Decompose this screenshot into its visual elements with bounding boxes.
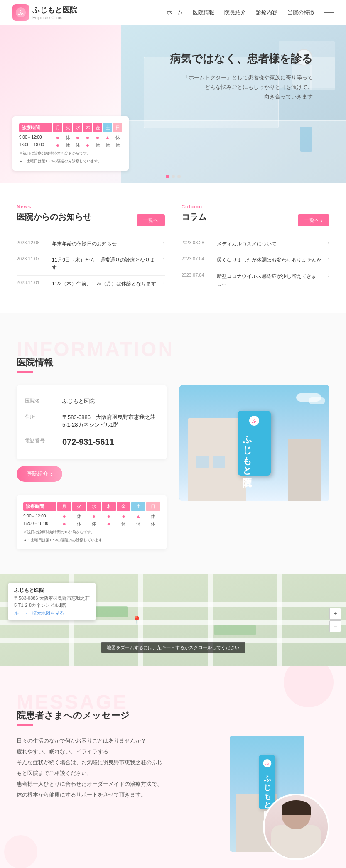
- map-popup-title: ふじもと医院: [14, 587, 90, 594]
- clinic-phone-value: 072-931-5611: [62, 437, 159, 447]
- info-schedule-card: 診療時間 月 火 水 木 金 土 日 9:00－12:00 ● 休 ● ● ● …: [17, 495, 167, 549]
- time-morning: 9:00－12:00: [19, 135, 52, 140]
- message-section: MESSAGE 院患者さまへのメッセージ 日々の生活のなかで何かお困りごとはあり…: [0, 666, 346, 868]
- sign-text: ふじもと医院: [241, 429, 253, 471]
- clinic-name-value: ふじもと医院: [62, 397, 159, 405]
- column-title: コラム: [182, 211, 206, 223]
- news-column-grid: News 医院からのお知らせ 一覧へ 2023.12.08 年末年始の休診日のお…: [17, 204, 329, 292]
- info-content-grid: 医院名 ふじもと医院 住所 〒583-0886 大阪府羽曳野市恵我之荘 5-1-…: [17, 385, 329, 549]
- info-day-thu: 木: [102, 502, 116, 511]
- clinic-name-ja: ふじもと医院: [32, 5, 77, 15]
- map-park2: [214, 625, 256, 635]
- clinic-name-label: 医院名: [25, 397, 58, 405]
- map-popup-links: ルート 拡大地図を見る: [14, 608, 90, 616]
- column-item[interactable]: 2023.07.04 暖くなりましたが体調はお変わりありませんか ›: [182, 252, 330, 268]
- map-popup-address: 〒583-0886 大阪府羽曳野市恵我之荘 5-T1-2-8カネシンビル1階: [14, 595, 90, 608]
- clinic-address-label: 住所: [25, 414, 58, 421]
- column-date-2: 2023.07.04: [182, 256, 213, 261]
- hero-dot-1[interactable]: [166, 175, 169, 178]
- hero-section: 病気ではなく、患者様を診る 「ホームドクター」として患者様や家族に寄り添って ど…: [0, 25, 346, 183]
- map-zoom-out-btn[interactable]: −: [329, 620, 341, 632]
- hero-dot-2[interactable]: [172, 175, 175, 178]
- column-date-3: 2023.07.04: [182, 272, 213, 277]
- clinic-phone-label: 電話番号: [25, 437, 58, 444]
- cell-sun-am: 休: [113, 135, 122, 141]
- column-text-3: 新型コロナウイルス感染症が少し増えてきまし…: [217, 272, 324, 287]
- day-sun: 日: [113, 123, 122, 132]
- map-zoom-in-btn[interactable]: +: [329, 608, 341, 620]
- news-text-1: 年末年始の休診日のお知らせ: [52, 240, 159, 248]
- cell-wed-pm: 体: [73, 142, 82, 148]
- news-text-3: 11/2（木）午前、11/6（月）は休診となります: [52, 280, 159, 287]
- column-label: Column: [182, 204, 330, 210]
- message-text-1: 日々の生活のなかで何かお困りごとはありませんか？: [17, 736, 167, 746]
- day-tue: 火: [63, 123, 72, 132]
- header: ふ ふじもと医院 Fujimoto Clinic ホーム 医院情報 院長紹介 診…: [0, 0, 346, 25]
- column-item[interactable]: 2023.08.28 メディカルコスメについて ›: [182, 236, 330, 252]
- message-person-image: [263, 794, 329, 860]
- hero-dot-3[interactable]: [177, 175, 181, 178]
- news-item[interactable]: 2023.11.01 11/2（木）午前、11/6（月）は休診となります ›: [17, 276, 165, 292]
- news-arrow-1: ›: [163, 240, 165, 246]
- nav-home[interactable]: ホーム: [167, 9, 183, 16]
- nav-director[interactable]: 院長紹介: [224, 9, 246, 16]
- column-text-2: 暖くなりましたが体調はお変わりありませんか: [217, 256, 324, 264]
- schedule-header-row: 診療時間 月 火 水 木 金 土 日: [19, 123, 122, 132]
- info-details-card: 医院名 ふじもと医院 住所 〒583-0886 大阪府羽曳野市恵我之荘 5-1-…: [17, 385, 167, 459]
- hero-subtitle: 「ホームドクター」として患者様や家族に寄り添って どんな悩みごとにもしっかりと耳…: [170, 73, 313, 102]
- info-day-sat: 土: [131, 502, 145, 511]
- info-day-mon: 月: [57, 502, 71, 511]
- sign-board: ふ ふじもと医院: [238, 411, 271, 476]
- clinic-address-row: 住所 〒583-0886 大阪府羽曳野市恵我之荘 5-1-28カネシンビル1階: [25, 409, 159, 433]
- time-afternoon: 16:00－18:00: [19, 142, 52, 148]
- map-route-link[interactable]: ルート: [14, 610, 28, 616]
- cell-sat-am: ▲: [103, 135, 112, 140]
- message-underline: [17, 724, 33, 726]
- info-left: 医院名 ふじもと医院 住所 〒583-0886 大阪府羽曳野市恵我之荘 5-1-…: [17, 385, 167, 549]
- hamburger-icon[interactable]: [324, 10, 334, 15]
- news-title-row: 医院からのお知らせ 一覧へ: [17, 211, 165, 229]
- news-item[interactable]: 2023.12.08 年末年始の休診日のお知らせ ›: [17, 236, 165, 252]
- column-text-1: メディカルコスメについて: [217, 240, 324, 248]
- news-date-3: 2023.11.01: [17, 280, 48, 285]
- message-content-grid: 日々の生活のなかで何かお困りごとはありませんか？ 疲れやすい、眠れない、イライラ…: [17, 736, 329, 860]
- person-body: [271, 825, 321, 858]
- hero-dots-nav: [166, 175, 181, 178]
- nav-info[interactable]: 医院情報: [193, 9, 214, 16]
- column-date-1: 2023.08.28: [182, 240, 213, 245]
- column-all-btn[interactable]: 一覧へ ›: [298, 214, 329, 226]
- map-enlarge-link[interactable]: 拡大地図を見る: [32, 610, 64, 616]
- map-road-v4: [277, 574, 282, 666]
- day-sat: 土: [103, 123, 112, 132]
- cell-tue-am: 休: [63, 135, 72, 141]
- cell-mon-pm: ●: [53, 142, 62, 148]
- map-scroll-notice: 地図をズームするには、某キ一→するかスクロールしてください: [101, 642, 245, 653]
- news-date-2: 2023.11.07: [17, 256, 48, 261]
- logo-area: ふ ふじもと医院 Fujimoto Clinic: [12, 4, 77, 21]
- news-block: News 医院からのお知らせ 一覧へ 2023.12.08 年末年始の休診日のお…: [17, 204, 165, 292]
- cell-mon-am: ●: [53, 134, 62, 141]
- news-all-btn[interactable]: 一覧へ: [137, 214, 165, 226]
- day-fri: 金: [93, 123, 102, 132]
- message-title: 院患者さまへのメッセージ: [17, 709, 329, 722]
- nav-treatment[interactable]: 診療内容: [256, 9, 277, 16]
- news-item[interactable]: 2023.11.07 11月9日（木）から、通常通りの診療となります ›: [17, 252, 165, 276]
- news-list: 2023.12.08 年末年始の休診日のお知らせ › 2023.11.07 11…: [17, 236, 165, 292]
- info-schedule-morning: 9:00－12:00 ● 休 ● ● ● ▲ 休: [23, 513, 160, 520]
- info-time-morning: 9:00－12:00: [23, 513, 56, 519]
- map-location-pin: 📍: [132, 615, 142, 625]
- nav-features[interactable]: 当院の特徴: [287, 9, 314, 16]
- map-background: 📍 ふじもと医院 〒583-0886 大阪府羽曳野市恵我之荘 5-T1-2-8カ…: [0, 574, 346, 666]
- message-text-3: そんな症状が続く場合は、お気軽に羽曳野市恵我之荘のふじもと医院までご相談ください…: [17, 757, 167, 779]
- msg-sign-text: ふじもと医院: [262, 770, 272, 805]
- cell-thu-am: ●: [83, 134, 92, 141]
- column-item[interactable]: 2023.07.04 新型コロナウイルス感染症が少し増えてきまし… ›: [182, 268, 330, 292]
- clinic-address-value: 〒583-0886 大阪府羽曳野市恵我之荘 5-1-28カネシンビル1階: [62, 414, 159, 429]
- sign-logo-circle: ふ: [249, 416, 259, 426]
- clinic-intro-btn[interactable]: 医院紹介 ›: [17, 466, 62, 482]
- news-text-2: 11月9日（木）から、通常通りの診療となります: [52, 256, 159, 271]
- column-block: Column コラム 一覧へ › 2023.08.28 メディカルコスメについて…: [182, 204, 330, 292]
- schedule-label: 診療時間: [19, 123, 52, 132]
- info-day-wed: 水: [87, 502, 101, 511]
- day-mon: 月: [53, 123, 62, 132]
